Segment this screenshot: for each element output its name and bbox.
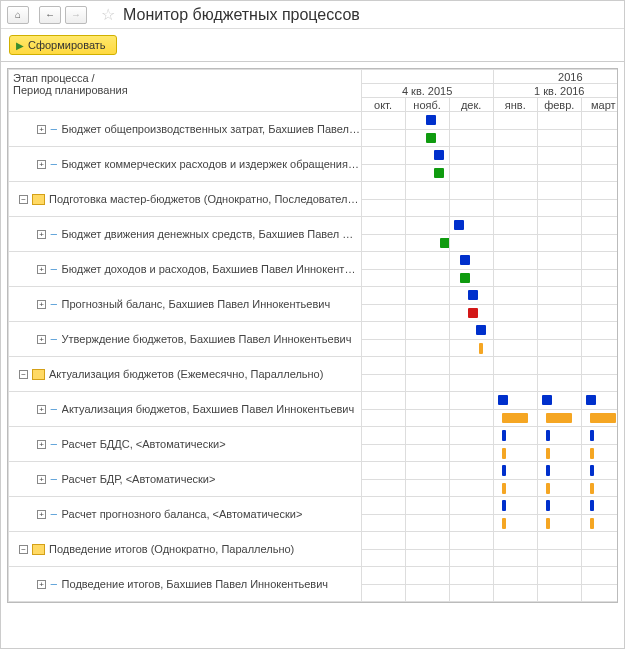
run-button[interactable]: ▶ Сформировать <box>9 35 117 55</box>
gantt-cell <box>449 357 493 375</box>
row-label[interactable]: +−Бюджет коммерческих расходов и издерже… <box>9 147 362 182</box>
gantt-cell <box>493 217 537 235</box>
gantt-cell <box>581 164 618 182</box>
gantt-bar <box>468 290 478 300</box>
gantt-bar <box>502 448 506 459</box>
gantt-cell <box>581 322 618 340</box>
gantt-cell <box>581 129 618 147</box>
item-icon: − <box>50 580 58 589</box>
expand-icon[interactable]: + <box>37 475 46 484</box>
gantt-cell <box>537 392 581 410</box>
gantt-cell <box>493 112 537 130</box>
gantt-cell <box>537 567 581 585</box>
gantt-cell <box>493 444 537 462</box>
gantt-cell <box>537 584 581 602</box>
row-text: Подготовка мастер-бюджетов (Однократно, … <box>49 193 361 206</box>
row-label[interactable]: +−Расчет прогнозного баланса, <Автоматич… <box>9 497 362 532</box>
gantt-cell <box>537 147 581 165</box>
row-label[interactable]: +−Подведение итогов, Бахшиев Павел Иннок… <box>9 567 362 602</box>
back-button[interactable]: ← <box>39 6 61 24</box>
row-label[interactable]: +−Расчет БДР, <Автоматически> <box>9 462 362 497</box>
gantt-cell <box>581 269 618 287</box>
row-label[interactable]: +−Актуализация бюджетов, Бахшиев Павел И… <box>9 392 362 427</box>
gantt-cell <box>537 164 581 182</box>
gantt-bar <box>426 133 436 143</box>
item-icon: − <box>50 405 58 414</box>
row-label[interactable]: +−Расчет БДДС, <Автоматически> <box>9 427 362 462</box>
forward-button[interactable]: → <box>65 6 87 24</box>
gantt-cell <box>449 182 493 200</box>
gantt-cell <box>361 374 405 392</box>
gantt-cell <box>449 164 493 182</box>
row-label[interactable]: +−Утверждение бюджетов, Бахшиев Павел Ин… <box>9 322 362 357</box>
row-label[interactable]: +−Прогнозный баланс, Бахшиев Павел Иннок… <box>9 287 362 322</box>
expand-icon[interactable]: + <box>37 405 46 414</box>
expand-icon[interactable]: + <box>37 265 46 274</box>
collapse-icon[interactable]: − <box>19 545 28 554</box>
expand-icon[interactable]: + <box>37 580 46 589</box>
row-label[interactable]: +−Бюджет доходов и расходов, Бахшиев Пав… <box>9 252 362 287</box>
hdr-mar: март <box>581 98 618 112</box>
gantt-cell <box>581 112 618 130</box>
expand-icon[interactable]: + <box>37 440 46 449</box>
gantt-cell <box>449 374 493 392</box>
gantt-cell <box>449 409 493 427</box>
row-label[interactable]: −Подведение итогов (Однократно, Параллел… <box>9 532 362 567</box>
gantt-bar <box>546 430 550 441</box>
gantt-cell <box>405 479 449 497</box>
gantt-bar <box>546 483 550 494</box>
gantt-bar <box>502 413 528 423</box>
gantt-cell <box>405 427 449 445</box>
gantt-cell <box>493 339 537 357</box>
row-label[interactable]: −Подготовка мастер-бюджетов (Однократно,… <box>9 182 362 217</box>
expand-icon[interactable]: + <box>37 160 46 169</box>
expand-icon[interactable]: + <box>37 335 46 344</box>
favorite-icon[interactable]: ☆ <box>101 5 115 24</box>
gantt-cell <box>361 322 405 340</box>
item-icon: − <box>50 160 58 169</box>
gantt-cell <box>361 287 405 305</box>
expand-icon[interactable]: + <box>37 510 46 519</box>
gantt-bar <box>546 518 550 529</box>
gantt-bar <box>590 448 594 459</box>
gantt-cell <box>405 304 449 322</box>
gantt-cell <box>405 409 449 427</box>
gantt-cell <box>581 147 618 165</box>
row-label[interactable]: +−Бюджет общепроизводственных затрат, Ба… <box>9 112 362 147</box>
home-button[interactable]: ⌂ <box>7 6 29 24</box>
gantt-cell <box>581 584 618 602</box>
gantt-cell <box>405 287 449 305</box>
row-text: Расчет БДР, <Автоматически> <box>62 473 216 486</box>
gantt-cell <box>493 549 537 567</box>
row-label[interactable]: +−Бюджет движения денежных средств, Бахш… <box>9 217 362 252</box>
gantt-cell <box>361 584 405 602</box>
collapse-icon[interactable]: − <box>19 195 28 204</box>
gantt-cell <box>537 427 581 445</box>
expand-icon[interactable]: + <box>37 300 46 309</box>
gantt-cell <box>405 217 449 235</box>
row-text: Бюджет доходов и расходов, Бахшиев Павел… <box>62 263 361 276</box>
hdr-oct: окт. <box>361 98 405 112</box>
row-label[interactable]: −Актуализация бюджетов (Ежемесячно, Пара… <box>9 357 362 392</box>
gantt-cell <box>405 514 449 532</box>
row-header: Этап процесса / Период планирования <box>9 70 362 112</box>
row-text: Подведение итогов, Бахшиев Павел Иннокен… <box>62 578 328 591</box>
collapse-icon[interactable]: − <box>19 370 28 379</box>
gantt-bar <box>454 220 464 230</box>
hdr-year: 2016 <box>493 70 618 84</box>
gantt-cell <box>537 339 581 357</box>
row-text: Утверждение бюджетов, Бахшиев Павел Инно… <box>62 333 352 346</box>
gantt-cell <box>361 199 405 217</box>
gantt-cell <box>361 497 405 515</box>
gantt-cell <box>581 199 618 217</box>
gantt-cell <box>581 357 618 375</box>
gantt-grid[interactable]: Этап процесса / Период планирования 2016… <box>7 68 618 603</box>
gantt-cell <box>537 252 581 270</box>
expand-icon[interactable]: + <box>37 125 46 134</box>
row-text: Бюджет коммерческих расходов и издержек … <box>62 158 361 171</box>
gantt-cell <box>493 462 537 480</box>
row-text: Бюджет движения денежных средств, Бахшие… <box>62 228 361 241</box>
expand-icon[interactable]: + <box>37 230 46 239</box>
gantt-cell <box>361 567 405 585</box>
divider <box>1 61 624 62</box>
